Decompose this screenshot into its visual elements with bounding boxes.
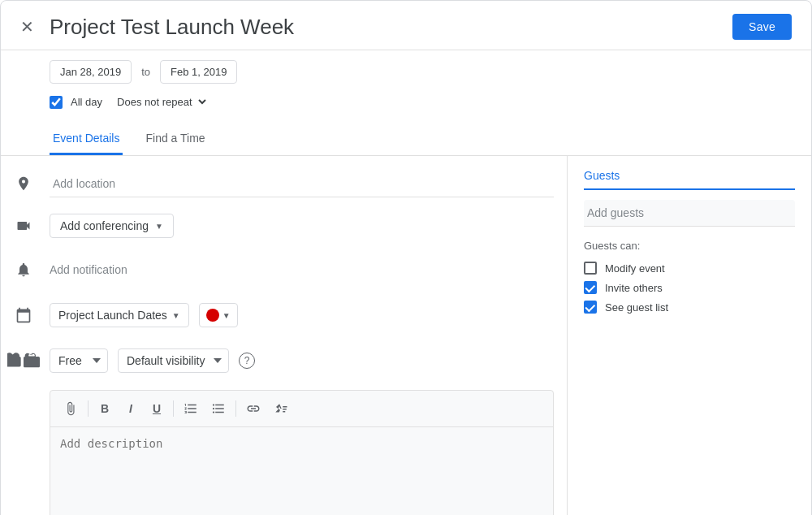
- tabs-row: Event Details Find a Time: [1, 123, 811, 156]
- repeat-select[interactable]: Does not repeat Every day Every week: [110, 93, 209, 110]
- location-row: [1, 162, 567, 205]
- permission-row-guestlist: See guest list: [584, 297, 795, 317]
- add-guests-input[interactable]: [584, 200, 795, 227]
- briefcase-icon: [7, 344, 40, 377]
- visibility-select[interactable]: Default visibility Public Private: [118, 348, 229, 373]
- location-input[interactable]: [50, 171, 554, 197]
- link-button[interactable]: [241, 397, 266, 420]
- notification-text: Add notification: [50, 263, 127, 276]
- start-date-button[interactable]: Jan 28, 2019: [50, 60, 132, 84]
- conferencing-row: Add conferencing ▼: [1, 205, 567, 247]
- color-dropdown-arrow: ▼: [222, 311, 231, 320]
- left-panel: Add conferencing ▼ Add notification Proj…: [1, 156, 568, 515]
- right-panel: Guests Guests can: Modify event Invite o…: [568, 156, 811, 515]
- description-textarea[interactable]: [50, 427, 553, 515]
- permission-row-invite: Invite others: [584, 278, 795, 297]
- see-guest-list-checkbox[interactable]: [584, 301, 597, 314]
- guests-section-title: Guests: [584, 169, 795, 190]
- close-icon: ✕: [20, 17, 34, 37]
- see-guest-list-label: See guest list: [605, 301, 668, 314]
- notification-row: Add notification: [1, 247, 567, 292]
- toolbar-divider-1: [88, 400, 89, 417]
- main-layout: Add conferencing ▼ Add notification Proj…: [1, 156, 811, 515]
- status-row: Free Busy Default visibility Public Priv…: [1, 338, 567, 383]
- event-title: Project Test Launch Week: [50, 15, 732, 40]
- conferencing-button[interactable]: Add conferencing ▼: [50, 214, 174, 238]
- underline-button[interactable]: U: [145, 397, 168, 420]
- description-area: B I U: [50, 390, 554, 515]
- calendar-select-button[interactable]: Project Launch Dates ▼: [50, 303, 189, 327]
- date-row: Jan 28, 2019 to Feb 1, 2019: [1, 50, 811, 90]
- app-container: ✕ Project Test Launch Week Save Jan 28, …: [0, 0, 812, 515]
- tab-event-details[interactable]: Event Details: [50, 123, 123, 155]
- color-picker-button[interactable]: ▼: [199, 303, 238, 327]
- unordered-list-button[interactable]: [206, 397, 231, 420]
- location-icon: [7, 167, 40, 200]
- tab-find-time[interactable]: Find a Time: [142, 123, 208, 155]
- help-icon[interactable]: ?: [239, 353, 255, 369]
- modify-event-label: Modify event: [605, 262, 665, 275]
- calendar-row: Project Launch Dates ▼ ▼: [1, 292, 567, 338]
- allday-row: All day Does not repeat Every day Every …: [1, 90, 811, 117]
- attach-button[interactable]: [58, 397, 83, 420]
- bold-button[interactable]: B: [93, 397, 116, 420]
- italic-button[interactable]: I: [119, 397, 142, 420]
- save-button[interactable]: Save: [732, 14, 792, 40]
- ordered-list-button[interactable]: [179, 397, 203, 420]
- conferencing-dropdown-arrow: ▼: [155, 222, 163, 231]
- calendar-name: Project Launch Dates: [58, 309, 167, 322]
- date-separator: to: [141, 66, 150, 78]
- invite-others-checkbox[interactable]: [584, 281, 597, 294]
- video-icon: [7, 210, 40, 242]
- status-select[interactable]: Free Busy: [50, 348, 108, 373]
- calendar-color-dot: [206, 309, 219, 322]
- allday-checkbox[interactable]: [50, 96, 63, 109]
- invite-others-label: Invite others: [605, 282, 663, 294]
- permission-row-modify: Modify event: [584, 258, 795, 278]
- guests-can-label: Guests can:: [584, 240, 795, 252]
- close-button[interactable]: ✕: [14, 14, 40, 40]
- allday-label: All day: [71, 96, 102, 108]
- remove-format-button[interactable]: [269, 397, 293, 420]
- calendar-icon: [7, 299, 40, 331]
- end-date-button[interactable]: Feb 1, 2019: [160, 60, 237, 84]
- header: ✕ Project Test Launch Week Save: [1, 1, 811, 50]
- calendar-dropdown-arrow: ▼: [172, 311, 180, 320]
- conferencing-label: Add conferencing: [60, 219, 149, 232]
- description-toolbar: B I U: [50, 391, 553, 427]
- bell-icon: [7, 253, 40, 286]
- toolbar-divider-2: [173, 400, 174, 417]
- modify-event-checkbox[interactable]: [584, 262, 597, 275]
- toolbar-divider-3: [235, 400, 236, 417]
